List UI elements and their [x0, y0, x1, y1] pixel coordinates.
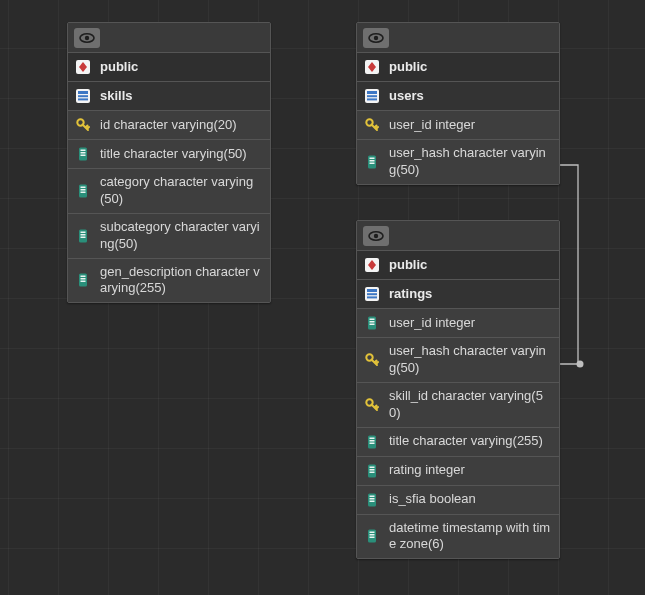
column-icon: [363, 433, 381, 451]
column-row[interactable]: gen_description character varying(255): [68, 259, 270, 303]
entity-users[interactable]: publicusersuser_id integeruser_hash char…: [356, 22, 560, 185]
table-name: users: [389, 88, 553, 105]
column-row[interactable]: subcategory character varying(50): [68, 214, 270, 259]
column-icon: [74, 145, 92, 163]
diagram-canvas[interactable]: publicskillsid character varying(20)titl…: [0, 0, 645, 595]
schema-diamond-icon: [363, 58, 381, 76]
table-name: ratings: [389, 286, 553, 303]
key-icon: [363, 116, 381, 134]
column-label: title character varying(255): [389, 433, 553, 450]
table-icon: [363, 87, 381, 105]
column-label: user_hash character varying(50): [389, 343, 553, 377]
column-label: rating integer: [389, 462, 553, 479]
column-label: gen_description character varying(255): [100, 264, 264, 298]
column-row[interactable]: user_hash character varying(50): [357, 140, 559, 184]
entity-ratings[interactable]: publicratingsuser_id integeruser_hash ch…: [356, 220, 560, 559]
column-icon: [74, 227, 92, 245]
column-label: datetime timestamp with time zone(6): [389, 520, 553, 554]
entity-header[interactable]: [357, 221, 559, 251]
column-icon: [74, 271, 92, 289]
column-label: category character varying(50): [100, 174, 264, 208]
table-name: skills: [100, 88, 264, 105]
column-label: user_id integer: [389, 315, 553, 332]
column-row[interactable]: datetime timestamp with time zone(6): [357, 515, 559, 559]
visibility-toggle[interactable]: [363, 28, 389, 48]
column-row[interactable]: is_sfia boolean: [357, 486, 559, 515]
column-label: is_sfia boolean: [389, 491, 553, 508]
pk-column-row[interactable]: id character varying(20): [68, 111, 270, 140]
column-icon: [363, 491, 381, 509]
visibility-toggle[interactable]: [74, 28, 100, 48]
column-label: user_id integer: [389, 117, 553, 134]
pk-column-row[interactable]: user_hash character varying(50): [357, 338, 559, 383]
column-icon: [363, 462, 381, 480]
column-icon: [74, 182, 92, 200]
column-row[interactable]: title character varying(50): [68, 140, 270, 169]
column-row[interactable]: user_id integer: [357, 309, 559, 338]
schema-diamond-icon: [74, 58, 92, 76]
column-label: skill_id character varying(50): [389, 388, 553, 422]
key-icon: [74, 116, 92, 134]
column-label: title character varying(50): [100, 146, 264, 163]
column-row[interactable]: title character varying(255): [357, 428, 559, 457]
schema-row[interactable]: public: [357, 251, 559, 280]
column-label: id character varying(20): [100, 117, 264, 134]
visibility-toggle[interactable]: [363, 226, 389, 246]
schema-row[interactable]: public: [68, 53, 270, 82]
table-icon: [363, 285, 381, 303]
entity-header[interactable]: [357, 23, 559, 53]
column-label: user_hash character varying(50): [389, 145, 553, 179]
schema-name: public: [389, 257, 553, 274]
column-label: subcategory character varying(50): [100, 219, 264, 253]
table-row[interactable]: users: [357, 82, 559, 111]
column-icon: [363, 314, 381, 332]
schema-name: public: [389, 59, 553, 76]
table-row[interactable]: ratings: [357, 280, 559, 309]
column-icon: [363, 527, 381, 545]
schema-diamond-icon: [363, 256, 381, 274]
table-row[interactable]: skills: [68, 82, 270, 111]
entity-skills[interactable]: publicskillsid character varying(20)titl…: [67, 22, 271, 303]
pk-column-row[interactable]: user_id integer: [357, 111, 559, 140]
entity-header[interactable]: [68, 23, 270, 53]
pk-column-row[interactable]: skill_id character varying(50): [357, 383, 559, 428]
key-icon: [363, 351, 381, 369]
table-icon: [74, 87, 92, 105]
column-icon: [363, 153, 381, 171]
key-icon: [363, 396, 381, 414]
column-row[interactable]: rating integer: [357, 457, 559, 486]
column-row[interactable]: category character varying(50): [68, 169, 270, 214]
schema-row[interactable]: public: [357, 53, 559, 82]
schema-name: public: [100, 59, 264, 76]
